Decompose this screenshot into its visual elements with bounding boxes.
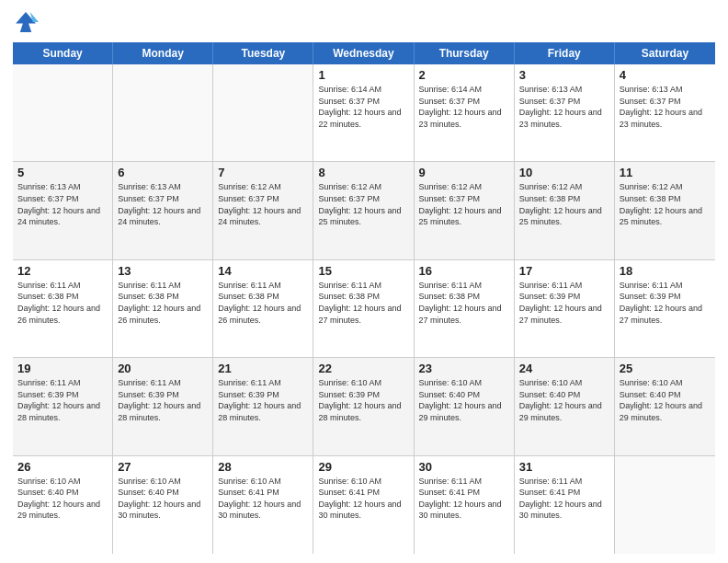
calendar-cell: 10Sunrise: 6:12 AMSunset: 6:38 PMDayligh… <box>515 162 615 259</box>
day-number: 21 <box>218 362 308 375</box>
calendar-cell <box>113 64 213 161</box>
calendar-week-row: 26Sunrise: 6:10 AMSunset: 6:40 PMDayligh… <box>13 456 715 554</box>
day-number: 2 <box>419 68 509 82</box>
day-number: 8 <box>318 166 408 179</box>
calendar-week-row: 5Sunrise: 6:13 AMSunset: 6:37 PMDaylight… <box>13 162 715 259</box>
cell-info: Sunrise: 6:13 AMSunset: 6:37 PMDaylight:… <box>118 181 208 227</box>
cell-info: Sunrise: 6:11 AMSunset: 6:39 PMDaylight:… <box>519 280 609 326</box>
cell-info: Sunrise: 6:13 AMSunset: 6:37 PMDaylight:… <box>620 84 711 130</box>
calendar-header: SundayMondayTuesdayWednesdayThursdayFrid… <box>13 42 715 64</box>
calendar-cell <box>13 64 113 161</box>
cell-info: Sunrise: 6:11 AMSunset: 6:41 PMDaylight:… <box>419 476 509 522</box>
day-number: 29 <box>318 460 408 474</box>
day-number: 5 <box>17 166 108 179</box>
calendar-cell: 16Sunrise: 6:11 AMSunset: 6:38 PMDayligh… <box>415 260 515 357</box>
day-number: 19 <box>17 362 108 375</box>
day-number: 6 <box>118 166 208 179</box>
calendar-cell: 8Sunrise: 6:12 AMSunset: 6:37 PMDaylight… <box>313 162 414 259</box>
calendar-cell: 22Sunrise: 6:10 AMSunset: 6:39 PMDayligh… <box>313 358 414 454</box>
logo <box>13 9 42 35</box>
day-number: 9 <box>419 166 509 179</box>
calendar-body: 1Sunrise: 6:14 AMSunset: 6:37 PMDaylight… <box>13 64 715 554</box>
cell-info: Sunrise: 6:11 AMSunset: 6:41 PMDaylight:… <box>519 476 609 522</box>
calendar-cell: 28Sunrise: 6:10 AMSunset: 6:41 PMDayligh… <box>213 456 313 554</box>
calendar-cell: 14Sunrise: 6:11 AMSunset: 6:38 PMDayligh… <box>213 260 313 357</box>
day-number: 18 <box>620 264 711 278</box>
cell-info: Sunrise: 6:11 AMSunset: 6:38 PMDaylight:… <box>218 280 308 326</box>
day-number: 15 <box>318 264 408 278</box>
cell-info: Sunrise: 6:12 AMSunset: 6:38 PMDaylight:… <box>519 181 609 227</box>
day-number: 30 <box>419 460 509 474</box>
calendar-cell: 11Sunrise: 6:12 AMSunset: 6:38 PMDayligh… <box>615 162 715 259</box>
cell-info: Sunrise: 6:10 AMSunset: 6:39 PMDaylight:… <box>318 377 408 423</box>
cell-info: Sunrise: 6:10 AMSunset: 6:40 PMDaylight:… <box>419 377 509 423</box>
day-number: 12 <box>17 264 108 278</box>
day-number: 4 <box>620 68 711 82</box>
cell-info: Sunrise: 6:12 AMSunset: 6:37 PMDaylight:… <box>318 181 408 227</box>
cell-info: Sunrise: 6:10 AMSunset: 6:40 PMDaylight:… <box>519 377 609 423</box>
calendar-cell: 2Sunrise: 6:14 AMSunset: 6:37 PMDaylight… <box>415 64 515 161</box>
calendar-cell: 29Sunrise: 6:10 AMSunset: 6:41 PMDayligh… <box>313 456 414 554</box>
cell-info: Sunrise: 6:13 AMSunset: 6:37 PMDaylight:… <box>17 181 108 227</box>
day-number: 24 <box>519 362 609 375</box>
calendar-cell: 30Sunrise: 6:11 AMSunset: 6:41 PMDayligh… <box>415 456 515 554</box>
day-number: 13 <box>118 264 208 278</box>
calendar-cell: 23Sunrise: 6:10 AMSunset: 6:40 PMDayligh… <box>415 358 515 454</box>
cell-info: Sunrise: 6:12 AMSunset: 6:37 PMDaylight:… <box>419 181 509 227</box>
day-number: 22 <box>318 362 408 375</box>
calendar-cell: 20Sunrise: 6:11 AMSunset: 6:39 PMDayligh… <box>113 358 213 454</box>
day-number: 25 <box>620 362 711 375</box>
day-number: 10 <box>519 166 609 179</box>
cell-info: Sunrise: 6:13 AMSunset: 6:37 PMDaylight:… <box>519 84 609 130</box>
calendar-cell: 17Sunrise: 6:11 AMSunset: 6:39 PMDayligh… <box>515 260 615 357</box>
calendar-cell <box>615 456 715 554</box>
cell-info: Sunrise: 6:10 AMSunset: 6:40 PMDaylight:… <box>118 476 208 522</box>
cell-info: Sunrise: 6:14 AMSunset: 6:37 PMDaylight:… <box>318 84 408 130</box>
calendar-cell: 19Sunrise: 6:11 AMSunset: 6:39 PMDayligh… <box>13 358 113 454</box>
day-number: 26 <box>17 460 108 474</box>
cell-info: Sunrise: 6:12 AMSunset: 6:37 PMDaylight:… <box>218 181 308 227</box>
cell-info: Sunrise: 6:11 AMSunset: 6:39 PMDaylight:… <box>620 280 711 326</box>
cell-info: Sunrise: 6:11 AMSunset: 6:38 PMDaylight:… <box>419 280 509 326</box>
cell-info: Sunrise: 6:11 AMSunset: 6:39 PMDaylight:… <box>118 377 208 423</box>
calendar-cell: 27Sunrise: 6:10 AMSunset: 6:40 PMDayligh… <box>113 456 213 554</box>
calendar-cell: 13Sunrise: 6:11 AMSunset: 6:38 PMDayligh… <box>113 260 213 357</box>
calendar-week-row: 19Sunrise: 6:11 AMSunset: 6:39 PMDayligh… <box>13 358 715 455</box>
cell-info: Sunrise: 6:10 AMSunset: 6:40 PMDaylight:… <box>17 476 108 522</box>
day-number: 11 <box>620 166 711 179</box>
calendar-cell: 1Sunrise: 6:14 AMSunset: 6:37 PMDaylight… <box>313 64 414 161</box>
calendar-cell <box>213 64 313 161</box>
calendar-cell: 3Sunrise: 6:13 AMSunset: 6:37 PMDaylight… <box>515 64 615 161</box>
cell-info: Sunrise: 6:14 AMSunset: 6:37 PMDaylight:… <box>419 84 509 130</box>
day-of-week-header: Sunday <box>13 42 113 64</box>
calendar-week-row: 12Sunrise: 6:11 AMSunset: 6:38 PMDayligh… <box>13 260 715 358</box>
calendar-cell: 6Sunrise: 6:13 AMSunset: 6:37 PMDaylight… <box>113 162 213 259</box>
cell-info: Sunrise: 6:11 AMSunset: 6:39 PMDaylight:… <box>218 377 308 423</box>
logo-icon <box>13 9 39 35</box>
day-of-week-header: Thursday <box>415 42 515 64</box>
day-number: 20 <box>118 362 208 375</box>
calendar: SundayMondayTuesdayWednesdayThursdayFrid… <box>13 42 715 554</box>
day-number: 27 <box>118 460 208 474</box>
day-number: 7 <box>218 166 308 179</box>
cell-info: Sunrise: 6:10 AMSunset: 6:41 PMDaylight:… <box>318 476 408 522</box>
calendar-cell: 26Sunrise: 6:10 AMSunset: 6:40 PMDayligh… <box>13 456 113 554</box>
day-number: 28 <box>218 460 308 474</box>
day-of-week-header: Tuesday <box>213 42 313 64</box>
page: SundayMondayTuesdayWednesdayThursdayFrid… <box>0 0 728 563</box>
day-of-week-header: Saturday <box>615 42 715 64</box>
day-number: 1 <box>318 68 408 82</box>
calendar-cell: 18Sunrise: 6:11 AMSunset: 6:39 PMDayligh… <box>615 260 715 357</box>
day-number: 23 <box>419 362 509 375</box>
calendar-cell: 31Sunrise: 6:11 AMSunset: 6:41 PMDayligh… <box>515 456 615 554</box>
day-number: 3 <box>519 68 609 82</box>
day-of-week-header: Friday <box>515 42 615 64</box>
cell-info: Sunrise: 6:11 AMSunset: 6:39 PMDaylight:… <box>17 377 108 423</box>
day-number: 14 <box>218 264 308 278</box>
calendar-cell: 9Sunrise: 6:12 AMSunset: 6:37 PMDaylight… <box>415 162 515 259</box>
cell-info: Sunrise: 6:10 AMSunset: 6:41 PMDaylight:… <box>218 476 308 522</box>
svg-marker-0 <box>16 12 36 32</box>
calendar-week-row: 1Sunrise: 6:14 AMSunset: 6:37 PMDaylight… <box>13 64 715 162</box>
calendar-cell: 15Sunrise: 6:11 AMSunset: 6:38 PMDayligh… <box>313 260 414 357</box>
calendar-cell: 24Sunrise: 6:10 AMSunset: 6:40 PMDayligh… <box>515 358 615 454</box>
